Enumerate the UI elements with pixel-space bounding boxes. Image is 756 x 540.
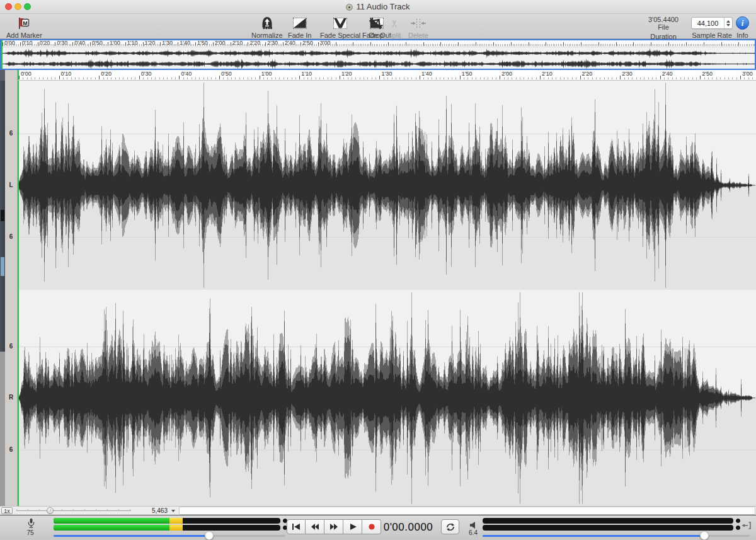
horizontal-scrollbar[interactable] — [179, 507, 755, 515]
major-tick — [265, 42, 266, 46]
input-gain-slider[interactable] — [54, 532, 285, 540]
minor-tick — [47, 44, 47, 46]
minor-tick — [660, 44, 660, 46]
minor-tick — [504, 78, 505, 79]
left-channel-waveform[interactable] — [18, 81, 756, 290]
loop-button[interactable] — [441, 519, 459, 534]
major-tick — [388, 42, 389, 46]
minor-tick — [375, 78, 376, 79]
overview-ruler[interactable]: 0'000'100'200'300'400'501'001'101'201'30… — [0, 39, 756, 47]
stepper-up-icon[interactable] — [726, 20, 730, 23]
minor-tick — [43, 78, 43, 79]
minor-tick — [574, 44, 575, 46]
fade-in-button[interactable]: Fade In — [288, 15, 311, 39]
minor-tick — [400, 44, 401, 46]
minor-tick — [249, 44, 250, 46]
duration-sub: File — [633, 23, 694, 31]
play-button[interactable] — [343, 519, 362, 534]
minor-tick — [408, 44, 408, 46]
rewind-button[interactable] — [306, 519, 324, 534]
delete-button[interactable]: Delete — [408, 15, 428, 39]
minor-tick — [748, 78, 749, 79]
output-volume-slider-thumb[interactable] — [700, 531, 709, 540]
major-tick — [72, 42, 73, 46]
minor-tick — [393, 44, 394, 46]
timeline-tick-label: 2'20 — [582, 71, 593, 77]
main-timeline-ruler[interactable]: 0'000'100'200'300'400'501'001'101'201'30… — [18, 70, 756, 81]
minor-tick — [448, 78, 449, 79]
minor-tick — [586, 44, 587, 46]
normalize-button[interactable]: Normalize — [251, 15, 283, 39]
fade-special-button[interactable]: Fade Special — [320, 15, 360, 39]
minor-tick — [712, 78, 713, 79]
minor-tick — [234, 44, 234, 46]
minor-tick — [45, 44, 45, 46]
info-button[interactable]: i Info — [736, 15, 749, 39]
timeline-tick-label: 2'30 — [622, 71, 633, 77]
major-tick — [620, 76, 621, 79]
left-scale-top-label: 6 — [5, 130, 17, 137]
samples-dropdown-icon[interactable] — [171, 510, 175, 512]
output-clip-indicator-right[interactable] — [736, 526, 740, 530]
sample-rate-field[interactable]: 44,100 — [691, 17, 733, 29]
minor-tick — [542, 44, 543, 46]
minor-tick — [238, 44, 238, 46]
minor-tick — [648, 44, 648, 46]
minor-tick — [570, 44, 571, 46]
minor-tick — [478, 44, 478, 46]
zoom-slider[interactable] — [16, 507, 131, 515]
vertical-scrollbar[interactable] — [0, 81, 5, 506]
minor-tick — [243, 44, 243, 46]
minor-tick — [360, 44, 361, 46]
minor-tick — [646, 44, 646, 46]
minor-tick — [199, 44, 200, 46]
minor-tick — [129, 44, 129, 46]
minor-tick — [632, 78, 633, 79]
major-tick — [511, 42, 512, 46]
minor-tick — [130, 44, 131, 46]
minor-tick — [374, 44, 375, 46]
crop-button[interactable]: Crop — [369, 15, 384, 39]
minor-tick — [141, 44, 142, 46]
minor-tick — [343, 44, 343, 46]
minor-tick — [630, 44, 631, 46]
sample-rate-stepper[interactable] — [724, 18, 732, 28]
input-gain-slider-thumb[interactable] — [205, 531, 214, 540]
minor-tick — [376, 44, 377, 46]
minor-tick — [731, 44, 732, 46]
overview-strip[interactable]: 0'000'100'200'300'400'501'001'101'201'30… — [0, 39, 756, 70]
minor-tick — [442, 44, 443, 46]
minor-tick — [157, 44, 158, 46]
collapse-panel-icon[interactable] — [741, 520, 751, 532]
minor-tick — [455, 78, 456, 79]
minor-tick — [79, 44, 80, 46]
minor-tick — [520, 78, 520, 79]
split-button[interactable]: ✂ Split — [387, 15, 401, 39]
right-channel-waveform[interactable] — [18, 290, 756, 506]
add-marker-button[interactable]: M Add Marker — [6, 15, 42, 39]
right-scale-bottom-label: 6 — [5, 446, 17, 453]
minor-tick — [488, 78, 488, 79]
go-to-start-button[interactable] — [287, 519, 306, 534]
fast-forward-button[interactable] — [324, 519, 343, 534]
minor-tick — [227, 44, 227, 46]
vertical-scrollbar-top[interactable] — [0, 70, 5, 81]
minor-tick — [628, 44, 629, 46]
minor-tick — [207, 44, 208, 46]
minor-tick — [239, 78, 240, 79]
transport-controls — [287, 519, 381, 534]
minor-tick — [307, 78, 308, 79]
output-clip-indicator-left[interactable] — [736, 519, 740, 523]
waveform-editor[interactable]: 6 L 6 6 R 6 — [0, 81, 756, 506]
input-meter-left — [54, 518, 280, 524]
output-volume-slider[interactable] — [483, 532, 750, 540]
delete-label: Delete — [408, 32, 428, 39]
fade-special-icon — [333, 15, 347, 31]
minor-tick — [127, 78, 128, 79]
minor-tick — [25, 44, 26, 46]
minor-tick — [344, 44, 345, 46]
minor-tick — [311, 44, 312, 46]
stepper-down-icon[interactable] — [726, 24, 730, 26]
minor-tick — [377, 44, 378, 46]
minor-tick — [679, 44, 680, 46]
